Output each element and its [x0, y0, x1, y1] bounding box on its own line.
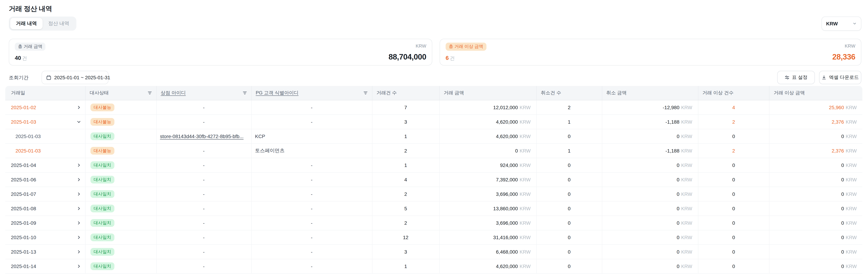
- cell-store-id: -: [156, 245, 251, 259]
- currency-suffix: KRW: [846, 105, 857, 110]
- cell-store-id: -: [156, 115, 251, 129]
- currency-suffix: KRW: [520, 220, 531, 226]
- currency-dropdown-value: KRW: [826, 21, 838, 26]
- cell-status: 대사불능: [86, 115, 156, 129]
- currency-suffix: KRW: [520, 177, 531, 182]
- cell-cancel-amount: 0KRW: [602, 230, 698, 245]
- empty-dash: -: [203, 105, 205, 110]
- cell-anomaly-amount: 0KRW: [770, 187, 862, 201]
- transaction-date: 2025-01-07: [11, 191, 36, 197]
- cell-status: 대사불능: [86, 144, 156, 158]
- currency-suffix: KRW: [520, 163, 531, 168]
- table-row[interactable]: 2025-01-13 대사일치 - - 3 6,468,000KRW 0 0KR…: [5, 245, 862, 259]
- transaction-date: 2025-01-03: [16, 148, 41, 153]
- table-settings-label: 표 설정: [792, 74, 808, 81]
- cell-cancel-count: 0: [537, 187, 602, 201]
- cell-cancel-amount: 0KRW: [602, 173, 698, 187]
- cell-status: 대사일치: [86, 201, 156, 216]
- currency-suffix: KRW: [520, 134, 531, 139]
- cell-status: 대사일치: [86, 187, 156, 201]
- cell-store-id: -: [156, 101, 251, 114]
- empty-dash: -: [203, 234, 205, 240]
- chevron-right-icon[interactable]: [77, 250, 81, 254]
- cell-anomaly-count: 0: [698, 230, 770, 245]
- chevron-right-icon[interactable]: [77, 221, 81, 225]
- tab-transaction-history[interactable]: 거래 내역: [10, 18, 42, 29]
- cell-cancel-amount: -1,188KRW: [602, 115, 698, 129]
- cell-date: 2025-01-14: [5, 259, 86, 273]
- currency-suffix: KRW: [681, 177, 692, 182]
- filter-lines-icon[interactable]: [147, 91, 152, 95]
- table-row[interactable]: 2025-01-03 대사불능 - - 3 4,620,000KRW 1 -1,…: [5, 115, 862, 129]
- chevron-right-icon[interactable]: [77, 206, 81, 211]
- column-header-label: 대사상태: [90, 90, 109, 96]
- total-currency-label: KRW: [416, 43, 426, 49]
- empty-dash: -: [311, 206, 312, 211]
- table-row[interactable]: 2025-01-06 대사일치 - - 4 7,392,000KRW 0 0KR…: [5, 173, 862, 187]
- cell-cancel-count: 0: [537, 259, 602, 273]
- table-subrow[interactable]: 2025-01-03 대사불능 - 토스페이먼츠 2 0KRW 1 -1,188…: [5, 144, 862, 158]
- empty-dash: -: [203, 177, 205, 183]
- currency-suffix: KRW: [846, 191, 857, 197]
- table-subrow[interactable]: 2025-01-03 대사일치 store-08143d44-30fb-4272…: [5, 129, 862, 144]
- cell-cancel-count: 0: [537, 230, 602, 245]
- table-row[interactable]: 2025-01-10 대사일치 - - 12 31,416,000KRW 0 0…: [5, 230, 862, 245]
- date-range-picker[interactable]: 2025-01-01 ~ 2025-01-31: [41, 71, 108, 84]
- total-count: 40건: [15, 55, 27, 62]
- chevron-right-icon[interactable]: [77, 264, 81, 269]
- table-row[interactable]: 2025-01-07 대사일치 - - 2 3,696,000KRW 0 0KR…: [5, 187, 862, 201]
- currency-suffix: KRW: [846, 134, 857, 139]
- cell-cancel-amount: -1,188KRW: [602, 144, 698, 158]
- cell-cancel-amount: -12,980KRW: [602, 101, 698, 114]
- table-body: 2025-01-02 대사불능 - - 7 12,012,000KRW 2 -1…: [5, 101, 862, 274]
- currency-suffix: KRW: [846, 249, 857, 254]
- table-row[interactable]: 2025-01-02 대사불능 - - 7 12,012,000KRW 2 -1…: [5, 101, 862, 115]
- chevron-right-icon[interactable]: [77, 177, 81, 182]
- table-row[interactable]: 2025-01-08 대사일치 - - 5 13,860,000KRW 0 0K…: [5, 201, 862, 216]
- cell-date: 2025-01-07: [5, 187, 86, 201]
- table-header-row: 거래일 대사상태 상점 아이디 PG 고객 식별아이디 거래건 수 거래 금액 …: [5, 86, 862, 101]
- chevron-right-icon[interactable]: [77, 163, 81, 167]
- filter-lines-icon[interactable]: [242, 91, 247, 95]
- chevron-right-icon[interactable]: [77, 235, 81, 240]
- cell-date: 2025-01-03: [5, 144, 86, 158]
- chevron-right-icon[interactable]: [77, 105, 81, 110]
- total-amount-value: 88,704,000: [389, 53, 426, 62]
- currency-dropdown[interactable]: KRW: [822, 17, 861, 31]
- cell-tx-amount: 3,696,000KRW: [439, 187, 537, 201]
- filter-lines-icon[interactable]: [363, 91, 368, 95]
- tab-settlement-history[interactable]: 정산 내역: [42, 18, 75, 29]
- cell-anomaly-count: 0: [698, 187, 770, 201]
- empty-dash: -: [311, 220, 312, 226]
- cell-store-id: -: [156, 158, 251, 172]
- empty-dash: -: [203, 220, 205, 226]
- cell-tx-count: 1: [372, 259, 439, 273]
- excel-download-button[interactable]: 엑셀 다운로드: [819, 71, 861, 84]
- cell-cancel-count: 0: [537, 173, 602, 187]
- currency-suffix: KRW: [681, 119, 692, 124]
- chevron-down-icon[interactable]: [77, 120, 81, 124]
- cell-tx-amount: 4,620,000KRW: [439, 259, 537, 273]
- table-row[interactable]: 2025-01-04 대사일치 - - 1 924,000KRW 0 0KRW …: [5, 158, 862, 173]
- table-settings-button[interactable]: 표 설정: [777, 71, 815, 84]
- page-title: 거래 정산 내역: [9, 4, 52, 13]
- cell-anomaly-count: 4: [698, 101, 770, 114]
- status-badge: 대사일치: [90, 248, 114, 256]
- empty-dash: -: [311, 234, 312, 240]
- cell-status: 대사일치: [86, 216, 156, 230]
- status-badge: 대사불능: [90, 104, 114, 111]
- table-row[interactable]: 2025-01-14 대사일치 - - 1 4,620,000KRW 0 0KR…: [5, 259, 862, 274]
- cell-anomaly-amount: 0KRW: [770, 259, 862, 273]
- chevron-right-icon[interactable]: [77, 192, 81, 196]
- transaction-settlement-page: 거래 정산 내역 거래 내역 정산 내역 KRW 총 거래 금액 40건 KRW…: [0, 0, 868, 280]
- cell-date: 2025-01-04: [5, 158, 86, 172]
- status-badge: 대사일치: [90, 176, 114, 184]
- cell-store-id: -: [156, 216, 251, 230]
- cell-anomaly-amount: 0KRW: [770, 173, 862, 187]
- cell-anomaly-amount: 0KRW: [770, 158, 862, 172]
- cell-tx-amount: 4,620,000KRW: [439, 115, 537, 129]
- cell-status: 대사불능: [86, 101, 156, 114]
- store-id-link[interactable]: store-08143d44-30fb-4272-8b95-bfb...: [156, 134, 244, 139]
- table-row[interactable]: 2025-01-09 대사일치 - - 2 3,696,000KRW 0 0KR…: [5, 216, 862, 230]
- column-header-8: 거래 이상 건수: [698, 86, 770, 100]
